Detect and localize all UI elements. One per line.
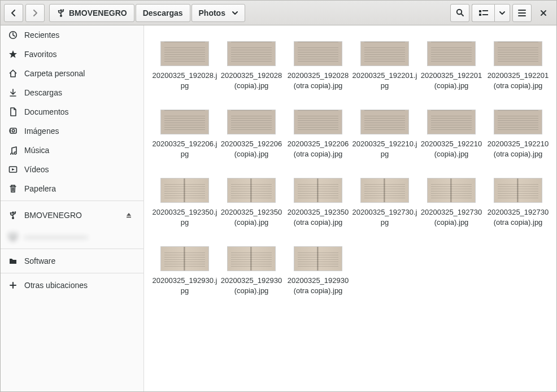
sidebar-item-label: Imágenes <box>24 127 59 136</box>
sidebar-item-label: Favoritos <box>24 50 57 59</box>
svg-rect-22 <box>127 217 131 218</box>
sidebar-item-label: Software <box>24 256 55 265</box>
path-segment[interactable]: Photos <box>192 4 245 22</box>
sidebar-item[interactable]: BMOVENEGRO <box>1 203 143 227</box>
computer-icon <box>8 232 18 241</box>
sidebar-item-label: BMOVENEGRO <box>24 211 82 220</box>
file-item[interactable]: 20200325_192350.jpg <box>152 178 217 227</box>
sidebar-item-label: Recientes <box>24 31 59 40</box>
file-item[interactable]: 20200325_192206 (copia).jpg <box>219 110 284 159</box>
path-segment-label: Descargas <box>143 8 183 18</box>
sidebar-item[interactable]: Favoritos <box>1 45 143 64</box>
sidebar-item-other-locations[interactable]: Otras ubicaciones <box>1 276 143 295</box>
file-name: 20200325_192201 (copia).jpg <box>419 71 484 90</box>
file-name: 20200325_192350 (otra copia).jpg <box>285 207 351 227</box>
sidebar-item-label: Carpeta personal <box>24 69 85 78</box>
home-icon <box>8 69 18 78</box>
file-thumbnail <box>227 41 276 66</box>
file-item[interactable]: 20200325_192201 (otra copia).jpg <box>485 41 551 90</box>
file-name: 20200325_192028 (copia).jpg <box>219 71 284 90</box>
file-item[interactable]: 20200325_192730 (otra copia).jpg <box>485 178 551 227</box>
sidebar-item[interactable]: Papelera <box>1 179 143 198</box>
file-item[interactable]: 20200325_192206 (otra copia).jpg <box>285 110 351 159</box>
file-item[interactable]: 20200325_192028 (copia).jpg <box>219 41 284 90</box>
file-thumbnail <box>494 178 542 203</box>
path-bar: BMOVENEGRODescargasPhotos <box>49 4 245 22</box>
file-item[interactable]: 20200325_192028.jpg <box>152 41 217 90</box>
sidebar-item[interactable]: Descargas <box>1 83 143 102</box>
svg-rect-6 <box>482 10 488 11</box>
video-icon <box>8 165 18 174</box>
sidebar-item[interactable]: Imágenes <box>1 121 143 141</box>
file-name: 20200325_192210.jpg <box>352 139 417 159</box>
sidebar-item-label: Documentos <box>24 107 69 116</box>
file-item[interactable]: 20200325_192730.jpg <box>352 178 417 227</box>
view-mode-button[interactable] <box>472 4 494 22</box>
path-segment-label: Photos <box>199 8 225 18</box>
sidebar-item-label: Vídeos <box>24 165 49 174</box>
sidebar-item[interactable]: ———————— <box>1 227 143 246</box>
sidebar-item[interactable]: Documentos <box>1 102 143 121</box>
star-icon <box>8 50 18 59</box>
back-button[interactable] <box>4 4 23 22</box>
file-name: 20200325_192930.jpg <box>152 276 217 295</box>
file-name: 20200325_192350.jpg <box>152 207 217 227</box>
svg-rect-20 <box>10 212 11 214</box>
path-segment[interactable]: BMOVENEGRO <box>49 4 134 22</box>
file-name: 20200325_192730 (otra copia).jpg <box>485 207 551 227</box>
file-thumbnail <box>294 178 342 203</box>
file-thumbnail <box>294 110 342 134</box>
file-name: 20200325_192730 (copia).jpg <box>419 207 484 227</box>
file-item[interactable]: 20200325_192206.jpg <box>152 110 217 159</box>
file-name: 20200325_192210 (copia).jpg <box>419 139 484 159</box>
close-window-button[interactable] <box>534 4 553 22</box>
file-item[interactable]: 20200325_192210.jpg <box>352 110 417 159</box>
sidebar-item-label: Papelera <box>24 184 56 193</box>
file-item[interactable]: 20200325_192210 (copia).jpg <box>419 110 484 159</box>
svg-point-21 <box>15 211 16 213</box>
file-thumbnail <box>494 41 542 66</box>
file-name: 20200325_192210 (otra copia).jpg <box>485 139 551 159</box>
sidebar-item-label: Descargas <box>24 88 62 97</box>
search-button[interactable] <box>450 4 469 22</box>
toolbar: BMOVENEGRODescargasPhotos <box>1 1 556 25</box>
view-options-button[interactable] <box>494 4 510 22</box>
eject-button[interactable] <box>122 208 136 222</box>
content-area[interactable]: 20200325_192028.jpg20200325_192028 (copi… <box>144 25 556 391</box>
file-item[interactable]: 20200325_192730 (copia).jpg <box>419 178 484 227</box>
file-name: 20200325_192201 (otra copia).jpg <box>485 71 551 90</box>
file-item[interactable]: 20200325_192210 (otra copia).jpg <box>485 110 551 159</box>
file-item[interactable]: 20200325_192930 (copia).jpg <box>219 246 284 295</box>
document-icon <box>8 107 18 116</box>
file-name: 20200325_192028.jpg <box>152 71 217 90</box>
file-thumbnail <box>494 110 542 134</box>
sidebar-item[interactable]: Software <box>1 251 143 271</box>
file-thumbnail <box>294 41 342 66</box>
path-segment[interactable]: Descargas <box>136 4 190 22</box>
sidebar-item[interactable]: Carpeta personal <box>1 64 143 83</box>
forward-button[interactable] <box>25 4 45 22</box>
file-thumbnail <box>160 41 209 66</box>
file-item[interactable]: 20200325_192028 (otra copia).jpg <box>285 41 351 90</box>
file-grid: 20200325_192028.jpg20200325_192028 (copi… <box>152 41 549 295</box>
hamburger-menu-button[interactable] <box>512 4 532 22</box>
sidebar-bookmarks: Software <box>1 251 143 271</box>
file-thumbnail <box>160 246 209 271</box>
file-item[interactable]: 20200325_192201 (copia).jpg <box>419 41 484 90</box>
sidebar-item[interactable]: Recientes <box>1 25 143 45</box>
sidebar-other: Otras ubicaciones <box>1 276 143 295</box>
file-item[interactable]: 20200325_192201.jpg <box>352 41 417 90</box>
svg-rect-1 <box>58 10 59 11</box>
file-name: 20200325_192201.jpg <box>352 71 417 90</box>
sidebar-devices: BMOVENEGRO———————— <box>1 203 143 246</box>
file-item[interactable]: 20200325_192930 (otra copia).jpg <box>285 246 351 295</box>
sidebar-item[interactable]: Música <box>1 141 143 160</box>
file-item[interactable]: 20200325_192930.jpg <box>152 246 217 295</box>
sidebar-item[interactable]: Vídeos <box>1 160 143 179</box>
file-thumbnail <box>427 178 476 203</box>
file-item[interactable]: 20200325_192350 (copia).jpg <box>219 178 284 227</box>
file-name: 20200325_192930 (copia).jpg <box>219 276 284 295</box>
download-icon <box>8 88 18 97</box>
svg-rect-23 <box>10 234 16 238</box>
file-item[interactable]: 20200325_192350 (otra copia).jpg <box>285 178 351 227</box>
